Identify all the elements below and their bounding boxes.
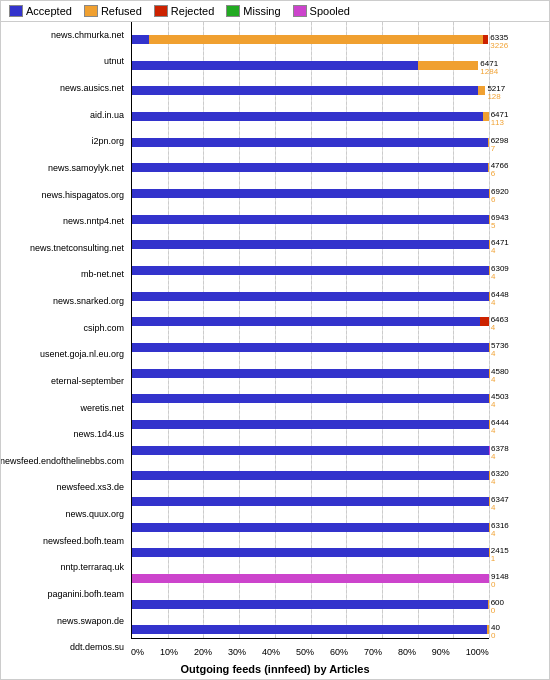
bar-row: 63474 (132, 497, 489, 506)
bar-segment-accepted (132, 471, 489, 480)
bar-value-label: 64444 (489, 419, 509, 435)
y-label: news.quux.org (65, 510, 127, 519)
x-axis-label: 30% (228, 647, 246, 657)
legend-item-spooled: Spooled (293, 5, 350, 17)
bar-value-label: 6471113 (489, 111, 509, 127)
bar-value-label: 64484 (489, 291, 509, 307)
bar-segment-accepted (132, 189, 489, 198)
y-label: newsfeed.bofh.team (43, 537, 127, 546)
bar-row: 63164 (132, 523, 489, 532)
bar-segment-accepted (132, 420, 489, 429)
bars-wrapper: 6335322664711284521712864711136298747666… (131, 22, 489, 639)
bar-row: 64444 (132, 420, 489, 429)
bar-row: 63784 (132, 446, 489, 455)
legend-item-missing: Missing (226, 5, 280, 17)
legend-item-refused: Refused (84, 5, 142, 17)
bar-value-label: 91480 (489, 573, 509, 589)
legend: AcceptedRefusedRejectedMissingSpooled (1, 1, 549, 22)
bar-segment-accepted (132, 35, 149, 44)
y-label: csiph.com (83, 324, 127, 333)
y-label: news.chmurka.net (51, 31, 127, 40)
y-label: weretis.net (80, 404, 127, 413)
y-label: news.tnetconsulting.net (30, 244, 127, 253)
bar-value-label: 400 (489, 624, 500, 640)
bar-value-label: 45804 (489, 368, 509, 384)
y-label: news.samoylyk.net (48, 164, 127, 173)
y-label: nntp.terraraq.uk (60, 563, 127, 572)
x-axis-label: 40% (262, 647, 280, 657)
bar-segment-accepted (132, 240, 489, 249)
x-axis-labels: 0%10%20%30%40%50%60%70%80%90%100% (131, 647, 489, 657)
y-label: newsfeed.endofthelinebbs.com (1, 457, 127, 466)
bar-segment-accepted (132, 61, 418, 70)
y-label: ddt.demos.su (70, 643, 127, 652)
bar-segment-rejected (480, 317, 488, 326)
bar-row: 69206 (132, 189, 489, 198)
bar-segment-accepted (132, 523, 489, 532)
bar-row: 45034 (132, 394, 489, 403)
bar-segment-accepted (132, 292, 489, 301)
bar-value-label: 63784 (489, 445, 509, 461)
bar-value-label: 63204 (489, 470, 509, 486)
bar-segment-accepted (132, 343, 489, 352)
legend-color (293, 5, 307, 17)
legend-color (9, 5, 23, 17)
bar-segment-refused (418, 61, 479, 70)
x-axis-label: 20% (194, 647, 212, 657)
bar-segment-accepted (132, 394, 489, 403)
y-label: news.ausics.net (60, 84, 127, 93)
bar-segment-spooled (132, 574, 489, 583)
y-label: news.snarked.org (53, 297, 127, 306)
y-label: news.swapon.de (57, 617, 127, 626)
bar-row: 400 (132, 625, 489, 634)
bar-segment-accepted (132, 369, 489, 378)
bar-segment-refused (149, 35, 483, 44)
bar-value-label: 63094 (489, 265, 509, 281)
bar-value-label: 57364 (489, 342, 509, 358)
bar-segment-refused (478, 86, 485, 95)
bar-row: 69435 (132, 215, 489, 224)
bar-value-label: 69435 (489, 214, 509, 230)
y-label: news.1d4.us (73, 430, 127, 439)
x-axis-label: 80% (398, 647, 416, 657)
x-axis-label: 0% (131, 647, 144, 657)
y-label: mb-net.net (81, 270, 127, 279)
bar-value-label: 63353226 (488, 34, 508, 50)
bar-value-label: 63164 (489, 522, 509, 538)
bar-value-label: 45034 (489, 393, 509, 409)
bar-value-label: 69206 (489, 188, 509, 204)
x-axis-label: 10% (160, 647, 178, 657)
bar-row: 62987 (132, 138, 489, 147)
bar-row: 45804 (132, 369, 489, 378)
bar-segment-accepted (132, 138, 488, 147)
legend-color (226, 5, 240, 17)
x-axis-label: 50% (296, 647, 314, 657)
bar-value-label: 6000 (489, 599, 504, 615)
legend-label: Refused (101, 5, 142, 17)
y-label: paganini.bofh.team (47, 590, 127, 599)
bar-row: 63353226 (132, 35, 489, 44)
x-axis-label: 90% (432, 647, 450, 657)
bar-segment-accepted (132, 497, 489, 506)
legend-color (154, 5, 168, 17)
bar-segment-accepted (132, 317, 480, 326)
bar-row: 64484 (132, 292, 489, 301)
bar-row: 6471113 (132, 112, 489, 121)
legend-label: Missing (243, 5, 280, 17)
legend-item-accepted: Accepted (9, 5, 72, 17)
y-label: news.hispagatos.org (41, 191, 127, 200)
bar-segment-accepted (132, 215, 489, 224)
bar-row: 47666 (132, 163, 489, 172)
bar-row: 57364 (132, 343, 489, 352)
y-label: eternal-september (51, 377, 127, 386)
x-axis-label: 70% (364, 647, 382, 657)
bar-segment-accepted (132, 112, 483, 121)
bar-row: 63204 (132, 471, 489, 480)
chart-title: Outgoing feeds (innfeed) by Articles (1, 661, 549, 679)
y-labels: news.chmurka.netutnutnews.ausics.netaid.… (1, 22, 131, 661)
legend-label: Spooled (310, 5, 350, 17)
bar-value-label: 64714 (489, 239, 509, 255)
bar-value-label: 5217128 (485, 85, 505, 101)
legend-label: Rejected (171, 5, 214, 17)
y-label: aid.in.ua (90, 111, 127, 120)
